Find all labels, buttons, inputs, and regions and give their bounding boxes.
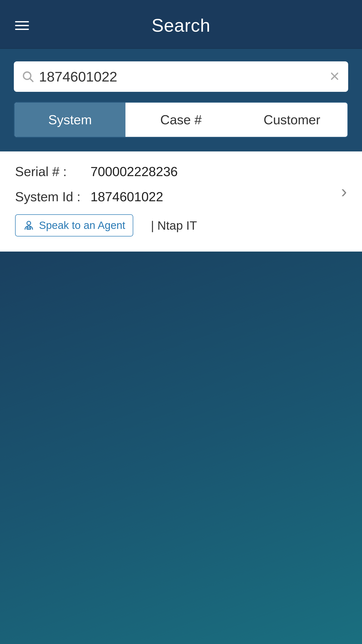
serial-value: 700002228236: [90, 164, 347, 179]
serial-row: Serial # : 700002228236: [15, 164, 347, 179]
system-id-value: 1874601022: [90, 189, 347, 204]
search-input[interactable]: [39, 68, 324, 85]
search-icon: [21, 70, 34, 84]
system-id-label: System Id :: [15, 189, 90, 204]
clear-search-button[interactable]: [329, 70, 341, 83]
agent-icon: [23, 220, 34, 231]
hamburger-line-2: [15, 25, 29, 26]
search-tab-bar: System Case # Customer: [14, 102, 348, 138]
page-title: Search: [152, 15, 210, 36]
chevron-right-icon: ›: [341, 183, 347, 200]
svg-rect-5: [27, 228, 31, 229]
results-area: Serial # : 700002228236 System Id : 1874…: [0, 151, 362, 252]
action-row: Speak to an Agent | Ntap IT: [15, 214, 347, 236]
customer-name: | Ntap IT: [151, 219, 197, 232]
search-input-container: [14, 61, 348, 92]
svg-point-4: [27, 221, 31, 225]
tab-system[interactable]: System: [15, 103, 125, 137]
hamburger-line-1: [15, 21, 29, 22]
tab-customer[interactable]: Customer: [237, 103, 347, 137]
background-fill: [0, 252, 362, 644]
system-id-row[interactable]: System Id : 1874601022 ›: [15, 189, 347, 204]
search-area: System Case # Customer: [0, 49, 362, 151]
speak-to-agent-button[interactable]: Speak to an Agent: [15, 214, 133, 236]
serial-label: Serial # :: [15, 164, 90, 179]
hamburger-menu-button[interactable]: [15, 21, 29, 30]
speak-agent-label: Speak to an Agent: [39, 219, 125, 231]
hamburger-line-3: [15, 29, 29, 30]
tab-case[interactable]: Case #: [125, 103, 236, 137]
svg-line-1: [30, 78, 33, 81]
app-header: Search: [0, 0, 362, 49]
